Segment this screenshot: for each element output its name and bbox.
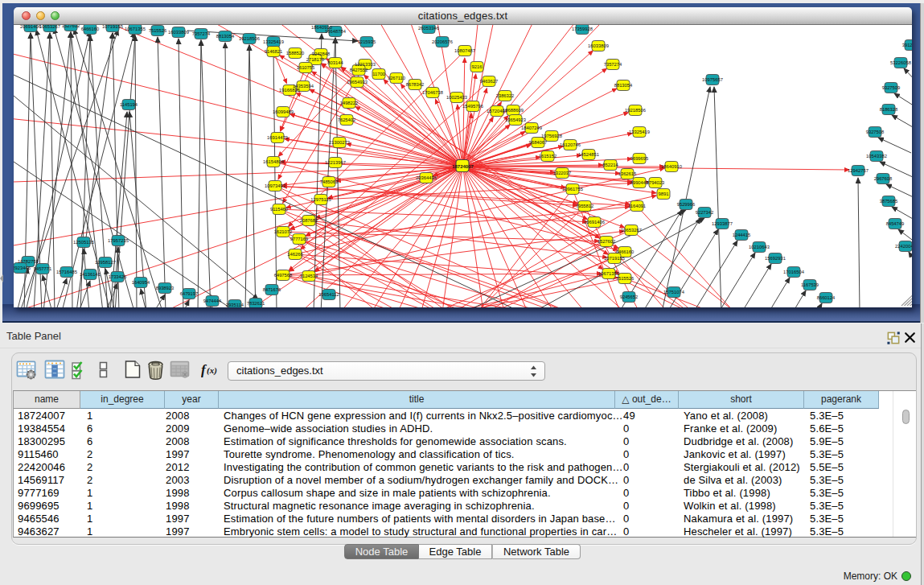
svg-text:3267110: 3267110 bbox=[388, 76, 405, 80]
svg-text:8660124: 8660124 bbox=[817, 295, 836, 300]
svg-text:15495796: 15495796 bbox=[462, 104, 483, 109]
svg-text:7955812: 7955812 bbox=[576, 204, 594, 208]
svg-text:19654933: 19654933 bbox=[347, 80, 368, 84]
svg-text:16154808: 16154808 bbox=[263, 159, 284, 164]
svg-text:1362615: 1362615 bbox=[618, 171, 637, 176]
svg-text:14524851: 14524851 bbox=[578, 152, 599, 157]
svg-text:10688609: 10688609 bbox=[503, 108, 524, 113]
svg-text:6466160: 6466160 bbox=[616, 249, 634, 254]
svg-text:16099489: 16099489 bbox=[273, 109, 294, 114]
svg-text:10653267: 10653267 bbox=[39, 25, 60, 29]
svg-text:12213967: 12213967 bbox=[325, 160, 346, 165]
svg-text:17957235: 17957235 bbox=[108, 238, 129, 243]
svg-text:10961755: 10961755 bbox=[562, 187, 583, 192]
svg-text:9529966: 9529966 bbox=[677, 202, 696, 207]
svg-text:1167539: 1167539 bbox=[801, 282, 819, 287]
svg-text:26053346: 26053346 bbox=[418, 26, 439, 31]
svg-text:1615152: 1615152 bbox=[539, 154, 557, 159]
svg-text:9457771: 9457771 bbox=[34, 266, 52, 271]
svg-text:10543382: 10543382 bbox=[866, 154, 887, 159]
svg-text:1164091: 1164091 bbox=[628, 204, 646, 208]
svg-text:3875685: 3875685 bbox=[880, 199, 898, 204]
svg-text:8938923: 8938923 bbox=[156, 286, 175, 290]
svg-text:1640954: 1640954 bbox=[132, 280, 150, 285]
svg-text:17359928: 17359928 bbox=[572, 27, 593, 31]
svg-text:8678342: 8678342 bbox=[406, 82, 425, 87]
svg-text:9146821: 9146821 bbox=[265, 49, 283, 54]
svg-text:2935114: 2935114 bbox=[226, 303, 244, 307]
svg-text:2386322: 2386322 bbox=[496, 93, 515, 98]
svg-text:7832621: 7832621 bbox=[247, 301, 265, 306]
svg-text:21300273: 21300273 bbox=[329, 140, 350, 145]
svg-text:16120746: 16120746 bbox=[560, 142, 581, 147]
svg-text:53226058: 53226058 bbox=[890, 60, 911, 65]
svg-text:19166825: 19166825 bbox=[279, 88, 300, 93]
svg-text:7485063: 7485063 bbox=[320, 179, 339, 184]
svg-text:20364436: 20364436 bbox=[416, 175, 437, 180]
svg-text:10653267: 10653267 bbox=[621, 228, 642, 233]
svg-text:1145194: 1145194 bbox=[120, 102, 138, 107]
svg-text:19218506: 19218506 bbox=[625, 108, 646, 113]
svg-text:20691406: 20691406 bbox=[584, 220, 605, 225]
svg-text:16033809: 16033809 bbox=[588, 43, 609, 48]
svg-text:(x): (x) bbox=[207, 365, 217, 376]
svg-text:1733426: 1733426 bbox=[109, 274, 127, 279]
svg-text:12975115: 12975115 bbox=[310, 197, 331, 202]
svg-text:13325419: 13325419 bbox=[263, 39, 284, 44]
svg-text:7625402: 7625402 bbox=[338, 117, 356, 122]
svg-text:9115460: 9115460 bbox=[270, 207, 288, 212]
svg-text:10671355: 10671355 bbox=[125, 27, 146, 31]
svg-text:22420046: 22420046 bbox=[895, 244, 912, 249]
svg-text:3912954: 3912954 bbox=[902, 43, 912, 47]
svg-text:19756928: 19756928 bbox=[541, 134, 562, 138]
svg-text:8454749: 8454749 bbox=[886, 221, 905, 226]
svg-text:20206576: 20206576 bbox=[432, 39, 453, 44]
svg-text:2087682: 2087682 bbox=[300, 218, 318, 223]
svg-text:16648784: 16648784 bbox=[325, 29, 347, 34]
svg-text:12942757: 12942757 bbox=[848, 168, 869, 173]
svg-text:10719155: 10719155 bbox=[102, 25, 123, 29]
svg-text:9327508: 9327508 bbox=[866, 130, 885, 134]
svg-text:18640910: 18640910 bbox=[661, 164, 682, 169]
svg-text:12923446: 12923446 bbox=[14, 266, 31, 270]
svg-text:15716485: 15716485 bbox=[56, 270, 77, 274]
svg-text:15692931: 15692931 bbox=[765, 256, 786, 261]
svg-text:6497568: 6497568 bbox=[274, 273, 293, 278]
svg-text:10210643: 10210643 bbox=[749, 245, 770, 249]
svg-text:8471676: 8471676 bbox=[263, 287, 281, 292]
svg-text:7515526: 7515526 bbox=[149, 28, 167, 33]
svg-text:17046738: 17046738 bbox=[422, 90, 443, 95]
svg-text:12213303: 12213303 bbox=[355, 62, 376, 67]
svg-text:16914479: 16914479 bbox=[267, 135, 288, 140]
svg-text:10807487: 10807487 bbox=[454, 48, 475, 53]
svg-text:13958127: 13958127 bbox=[95, 260, 116, 265]
svg-text:8813054: 8813054 bbox=[614, 83, 633, 88]
svg-text:2967608: 2967608 bbox=[874, 176, 893, 181]
svg-text:8813054: 8813054 bbox=[216, 34, 235, 39]
svg-text:9684067: 9684067 bbox=[529, 140, 548, 145]
svg-text:1527602: 1527602 bbox=[62, 25, 80, 28]
svg-text:10973493: 10973493 bbox=[265, 183, 285, 188]
svg-text:1527602: 1527602 bbox=[598, 239, 616, 244]
svg-text:7357274: 7357274 bbox=[192, 31, 211, 36]
svg-text:7357274: 7357274 bbox=[604, 62, 622, 67]
svg-text:18724007: 18724007 bbox=[452, 164, 474, 169]
svg-text:1588520: 1588520 bbox=[286, 51, 305, 56]
svg-text:3215935: 3215935 bbox=[358, 39, 376, 44]
svg-text:10025433: 10025433 bbox=[446, 95, 467, 100]
svg-text:803144: 803144 bbox=[327, 60, 343, 65]
svg-text:13325419: 13325419 bbox=[629, 130, 650, 134]
svg-text:1621072: 1621072 bbox=[274, 229, 293, 234]
svg-text:8794023: 8794023 bbox=[647, 180, 665, 185]
svg-text:18407249: 18407249 bbox=[521, 126, 542, 130]
svg-text:9245652: 9245652 bbox=[620, 295, 639, 299]
svg-text:8186328: 8186328 bbox=[880, 107, 898, 112]
svg-text:20691406: 20691406 bbox=[20, 25, 41, 29]
svg-text:15751074: 15751074 bbox=[663, 290, 685, 295]
svg-text:10975657: 10975657 bbox=[702, 77, 723, 82]
svg-text:19218506: 19218506 bbox=[239, 36, 260, 41]
svg-text:9463627: 9463627 bbox=[480, 79, 499, 84]
svg-text:8427552: 8427552 bbox=[350, 68, 368, 72]
svg-text:17016504: 17016504 bbox=[783, 270, 805, 274]
svg-text:9474444: 9474444 bbox=[203, 299, 222, 303]
